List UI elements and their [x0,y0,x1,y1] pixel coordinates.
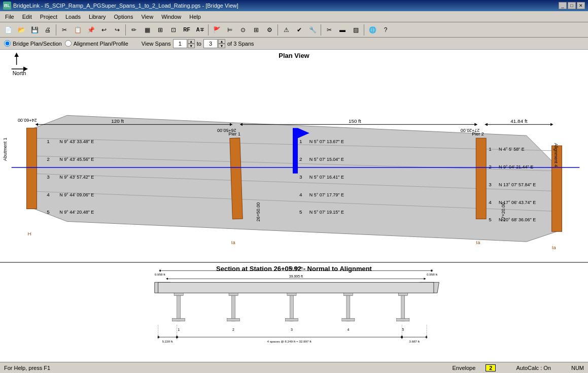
save-button[interactable]: 💾 [28,24,41,36]
paste-button[interactable]: 📌 [85,24,97,36]
svg-text:4: 4 [489,199,492,205]
tools-button[interactable]: 🔧 [306,24,319,36]
span-to-up[interactable]: ▲ [218,39,225,44]
menu-loads[interactable]: Loads [61,13,85,21]
help-button[interactable]: ? [379,24,392,36]
redo-button[interactable]: ↪ [111,24,123,36]
menu-options[interactable]: Options [110,13,137,21]
svg-text:N 9° 44' 20.48" E: N 9° 44' 20.48" E [59,210,94,215]
span-to-down[interactable]: ▼ [218,44,225,48]
plan-view-canvas[interactable]: North [0,50,588,262]
svg-text:39.995 ft: 39.995 ft [289,266,303,270]
span-button[interactable]: ▬ [336,24,349,36]
open-button[interactable]: 📂 [15,24,27,36]
view-option-group2: Alignment Plan/Profile [65,40,128,47]
svg-rect-15 [293,128,298,174]
toolbar-separator-3 [208,24,209,36]
close-button[interactable]: ✕ [577,2,585,9]
maximize-button[interactable]: □ [568,2,576,9]
settings-button[interactable]: ⚙ [263,24,275,36]
warning-button[interactable]: ⚠ [280,24,292,36]
girder-button[interactable]: ▦ [141,24,153,36]
grid-button[interactable]: ⊞ [250,24,262,36]
menu-view[interactable]: View [137,13,157,21]
svg-text:N 5° 07' 13.67" E: N 5° 07' 13.67" E [309,139,344,144]
svg-rect-87 [285,318,298,321]
new-button[interactable]: 📄 [2,24,14,36]
section-view-canvas[interactable]: 39.995 ft 0.958 ft 0.958 ft 39.995 ft [0,263,588,362]
alignment-plan-radio[interactable] [65,40,72,47]
toolbar: 📄 📂 💾 🖨 ✂ 📋 📌 ↩ ↪ ✏ ▦ ⊞ ⊡ RF A∓ 🚩 ⊨ ⊙ ⊞ … [0,22,588,38]
svg-text:5.228 ft: 5.228 ft [162,340,172,343]
svg-text:Ia: Ia [476,240,480,245]
svg-text:H: H [28,231,31,236]
section-button[interactable]: ⊞ [154,24,166,36]
copy-button[interactable]: 📋 [72,24,84,36]
span-from-down[interactable]: ▼ [188,44,195,48]
span-from-up[interactable]: ▲ [188,39,195,44]
svg-text:1: 1 [47,139,50,144]
svg-text:5: 5 [489,217,492,222]
bridge-plan-label[interactable]: Bridge Plan/Section [13,41,62,47]
globe-button[interactable]: 🌐 [366,24,378,36]
svg-text:5: 5 [47,209,50,215]
app-icon: BL [3,2,11,10]
svg-rect-91 [342,318,355,321]
viewspans-label: View Spans [142,41,171,47]
check-button[interactable]: ✔ [293,24,305,36]
svg-text:1: 1 [299,139,302,144]
menu-file[interactable]: File [1,13,18,21]
svg-text:41.84 ft: 41.84 ft [510,118,527,124]
flag-button[interactable]: 🚩 [211,24,223,36]
span-to-spinner: 3 ▲ ▼ [203,39,225,48]
toolbar-separator-6 [364,24,364,36]
window-controls[interactable]: _ □ ✕ [559,2,585,9]
svg-text:5: 5 [402,328,404,331]
toolbar-separator-1 [56,24,56,36]
svg-rect-82 [229,293,238,296]
undo-button[interactable]: ↩ [98,24,110,36]
menu-library[interactable]: Library [85,13,110,21]
menu-window[interactable]: Window [157,13,185,21]
svg-text:2: 2 [232,328,234,331]
rf-button[interactable]: RF [181,24,193,36]
cut-button[interactable]: ✂ [58,24,71,36]
alignment-plan-label[interactable]: Alignment Plan/Profile [74,41,128,47]
envelope-badge: 2 [486,364,496,371]
svg-rect-77 [177,293,181,321]
minimize-button[interactable]: _ [559,2,567,9]
bridge-plan-radio[interactable] [4,40,11,47]
scissors-button[interactable]: ✂ [323,24,335,36]
svg-rect-89 [347,293,350,321]
svg-text:N 9° 43' 57.42" E: N 9° 43' 57.42" E [59,175,94,180]
span-from-input[interactable]: 1 [173,39,187,48]
more-button[interactable]: ⊙ [237,24,249,36]
svg-text:1: 1 [489,146,492,152]
span-to-input[interactable]: 3 [203,39,218,48]
section-view: Section at Station 26+05.92 - Normal to … [0,263,588,362]
toolbar-separator-2 [125,24,126,36]
svg-text:26+50.00: 26+50.00 [256,202,261,222]
svg-rect-78 [174,293,183,296]
svg-text:N 9° 43' 33.48" E: N 9° 43' 33.48" E [59,139,94,144]
edit-button[interactable]: ✏ [128,24,140,36]
menu-edit[interactable]: Edit [18,13,36,21]
analyze-button[interactable]: A∓ [194,24,206,36]
beam-button[interactable]: ⊨ [224,24,236,36]
load-button[interactable]: ⊡ [167,24,180,36]
svg-text:N 5° 07' 19.15" E: N 5° 07' 19.15" E [309,210,344,215]
svg-text:4: 4 [47,192,50,197]
svg-rect-79 [172,318,185,321]
of-spans-label: of 3 Spans [227,41,254,47]
svg-text:3: 3 [489,182,492,187]
svg-rect-76 [158,282,434,293]
svg-text:4 spaces @ 8.249 ft = 32.997 f: 4 spaces @ 8.249 ft = 32.997 ft [267,340,312,343]
svg-rect-10 [27,128,37,209]
menu-project[interactable]: Project [36,13,61,21]
more2-button[interactable]: ▨ [350,24,362,36]
svg-text:27+20.00: 27+20.00 [501,202,506,222]
menu-help[interactable]: Help [185,13,205,21]
print-button[interactable]: 🖨 [42,24,54,36]
svg-rect-86 [287,293,296,296]
toolbar-separator-4 [278,24,278,36]
